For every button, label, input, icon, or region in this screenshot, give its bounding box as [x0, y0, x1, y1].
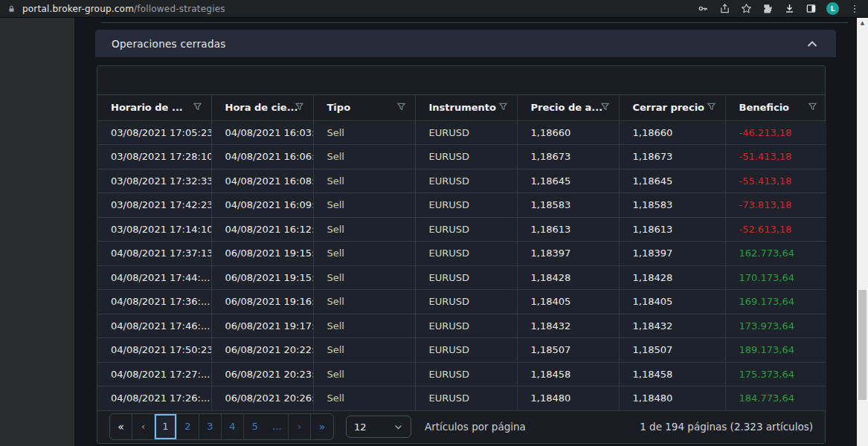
instrument-cell: EURUSD: [415, 217, 517, 242]
current-page-button[interactable]: 1: [155, 414, 177, 439]
share-icon[interactable]: [718, 3, 730, 15]
close-price-cell: 1,18583: [619, 193, 725, 218]
side-panel-icon[interactable]: [805, 3, 817, 15]
first-page-button[interactable]: «: [110, 414, 132, 439]
page-button[interactable]: 4: [222, 414, 244, 439]
profit-cell: 169.173,64: [725, 290, 826, 314]
close-time-cell: 06/08/2021 20:22:...: [211, 338, 313, 363]
ellipsis-page-button[interactable]: ...: [266, 414, 289, 439]
profit-cell: -52.613,18: [725, 217, 826, 242]
type-cell: Sell: [313, 120, 415, 145]
instrument-cell: EURUSD: [415, 242, 517, 266]
profit-cell: -73.813,18: [725, 193, 826, 218]
filter-icon[interactable]: [193, 102, 202, 114]
table-row: 04/08/2021 17:50:23 06/08/2021 20:22:...…: [97, 338, 826, 363]
table-row: 04/08/2021 17:37:13 06/08/2021 19:15:02 …: [97, 242, 826, 266]
close-price-cell: 1,18428: [619, 265, 725, 290]
page-size-select[interactable]: 12: [346, 416, 411, 438]
left-rail: [0, 17, 74, 446]
instrument-cell: EURUSD: [415, 290, 517, 314]
next-page-button[interactable]: ›: [289, 414, 311, 439]
open-time-cell: 04/08/2021 17:27:...: [97, 362, 211, 387]
key-icon[interactable]: [697, 3, 709, 15]
scrollbar[interactable]: ▲: [857, 17, 868, 446]
open-price-cell: 1,18507: [517, 338, 619, 363]
type-cell: Sell: [313, 338, 415, 363]
open-time-cell: 04/08/2021 17:37:13: [97, 242, 211, 266]
browser-toolbar: portal.broker-group.com/followed-strateg…: [0, 0, 868, 17]
close-price-cell: 1,18432: [619, 314, 725, 338]
profile-avatar[interactable]: L: [826, 2, 839, 15]
type-cell: Sell: [313, 290, 415, 314]
table-row: 04/08/2021 17:44:... 06/08/2021 19:15:20…: [97, 265, 826, 290]
instrument-cell: EURUSD: [415, 265, 517, 290]
instrument-cell: EURUSD: [415, 362, 517, 387]
scrollbar-thumb[interactable]: [858, 290, 867, 400]
table-row: 03/08/2021 17:14:10 04/08/2021 16:12:23 …: [97, 217, 826, 242]
profit-cell: 184.773,64: [725, 387, 826, 411]
scroll-up-icon[interactable]: ▲: [857, 17, 868, 28]
open-time-cell: 03/08/2021 17:28:10: [97, 145, 211, 169]
close-time-cell: 04/08/2021 16:03:...: [211, 120, 313, 145]
open-time-cell: 04/08/2021 17:46:...: [97, 314, 211, 338]
type-cell: Sell: [313, 387, 415, 411]
column-header-open-price: Precio de a...: [517, 95, 619, 120]
close-price-cell: 1,18458: [619, 362, 725, 387]
close-price-cell: 1,18480: [619, 387, 725, 411]
address-bar[interactable]: portal.broker-group.com/followed-strateg…: [22, 4, 225, 14]
last-page-button[interactable]: »: [311, 414, 333, 439]
column-header-type: Tipo: [313, 95, 415, 120]
open-price-cell: 1,18480: [517, 387, 619, 411]
filter-icon[interactable]: [295, 102, 304, 114]
open-time-cell: 03/08/2021 17:14:10: [97, 217, 211, 242]
table-row: 04/08/2021 17:36:... 06/08/2021 19:16:23…: [97, 290, 826, 314]
profit-cell: 170.173,64: [725, 265, 826, 290]
page-summary: 1 de 194 páginas (2.323 artículos): [640, 421, 813, 433]
collapse-panel-button[interactable]: [805, 36, 820, 51]
filter-icon[interactable]: [498, 102, 508, 114]
open-price-cell: 1,18673: [517, 145, 619, 169]
profit-cell: 175.373,64: [725, 362, 826, 387]
open-price-cell: 1,18432: [517, 314, 619, 338]
type-cell: Sell: [313, 362, 415, 387]
close-time-cell: 06/08/2021 19:15:02: [211, 242, 313, 266]
closed-operations-panel-header[interactable]: Operaciones cerradas: [95, 30, 836, 57]
table-toolbar: [97, 66, 825, 95]
lock-icon[interactable]: [7, 4, 16, 13]
filter-icon[interactable]: [808, 102, 817, 114]
filter-icon[interactable]: [707, 102, 716, 114]
items-per-page-label: Artículos por página: [425, 421, 526, 433]
browser-menu-icon[interactable]: ⋮: [849, 3, 861, 15]
page-button[interactable]: 2: [177, 414, 199, 439]
filter-icon[interactable]: [396, 102, 406, 114]
close-price-cell: 1,18660: [619, 120, 725, 145]
extensions-icon[interactable]: [762, 3, 774, 15]
profit-cell: -55.413,18: [725, 169, 826, 193]
type-cell: Sell: [313, 217, 415, 242]
filter-icon[interactable]: [600, 102, 610, 114]
close-price-cell: 1,18397: [619, 242, 725, 266]
open-price-cell: 1,18660: [517, 120, 619, 145]
close-time-cell: 04/08/2021 16:09:...: [211, 193, 313, 218]
close-price-cell: 1,18507: [619, 338, 725, 363]
prev-page-button[interactable]: ‹: [132, 414, 155, 439]
page-button[interactable]: 5: [244, 414, 266, 439]
instrument-cell: EURUSD: [415, 169, 517, 193]
profit-cell: 173.973,64: [725, 314, 826, 338]
table-header-row: Horario de ... Hora de cie... Tipo Instr…: [97, 95, 826, 120]
column-header-open-time: Horario de ...: [97, 95, 211, 120]
url-path: /followed-strategies: [134, 4, 225, 14]
close-price-cell: 1,18645: [619, 169, 725, 193]
open-time-cell: 03/08/2021 17:32:33: [97, 169, 211, 193]
table-row: 04/08/2021 17:46:... 06/08/2021 19:17:10…: [97, 314, 826, 338]
page-button[interactable]: 3: [199, 414, 222, 439]
star-icon[interactable]: [740, 3, 752, 15]
type-cell: Sell: [313, 145, 415, 169]
type-cell: Sell: [313, 169, 415, 193]
type-cell: Sell: [313, 193, 415, 218]
type-cell: Sell: [313, 242, 415, 266]
close-time-cell: 04/08/2021 16:12:23: [211, 217, 313, 242]
chevron-down-icon: [393, 422, 403, 432]
open-price-cell: 1,18613: [517, 217, 619, 242]
download-icon[interactable]: [783, 3, 795, 15]
